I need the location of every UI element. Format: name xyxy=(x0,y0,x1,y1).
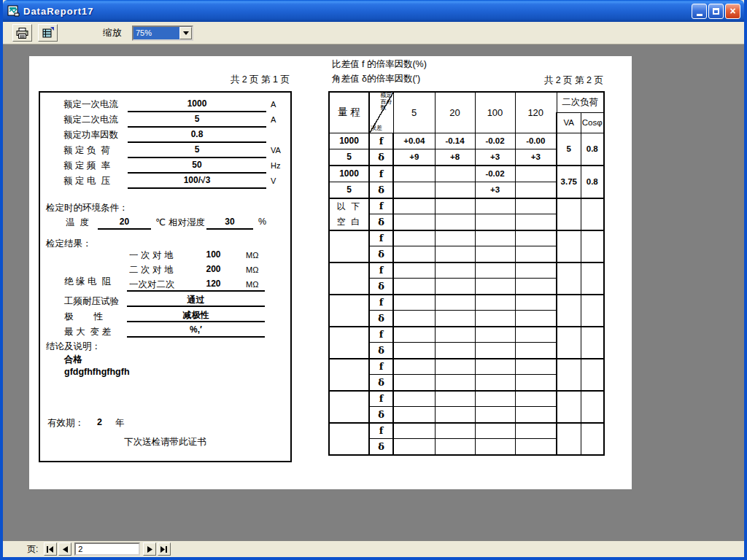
delta-label: δ xyxy=(369,311,393,327)
delta-value-cell xyxy=(475,343,515,359)
field-unit: A xyxy=(271,115,276,124)
range-cell xyxy=(329,230,369,262)
polarity-label: 极 性 xyxy=(64,311,103,323)
rated-field-row: 额定二次电流 5 A xyxy=(40,114,290,128)
field-value: 1000 xyxy=(128,98,266,112)
f-value-cell xyxy=(515,230,557,246)
f-value-cell xyxy=(393,295,435,311)
burden-cos-cell xyxy=(581,198,604,230)
delta-value-cell xyxy=(435,407,475,423)
window-title: DataReport17 xyxy=(23,6,692,17)
next-page-button[interactable] xyxy=(143,542,156,556)
diagonal-header-cell: 额定 百分 数 误差 xyxy=(369,92,393,133)
field-value: 5 xyxy=(128,144,266,158)
preview-area: 共 2 页 第 1 页 额定一次电流 1000 A 额定二次电流 5 A 额定功… xyxy=(3,44,744,541)
f-value-cell xyxy=(515,359,557,375)
env-conditions-title: 检定时的环境条件： xyxy=(46,202,128,214)
delta-label: δ xyxy=(369,182,393,198)
f-value-cell: +0.04 xyxy=(393,133,435,149)
burden-va-cell xyxy=(557,295,581,327)
f-value-cell xyxy=(435,262,475,279)
delta-label: δ xyxy=(369,149,393,165)
diagonal-header-bottom: 误差 xyxy=(371,124,382,132)
chevron-down-icon xyxy=(183,31,189,35)
f-value-cell xyxy=(393,359,435,375)
f-value-cell: -0.14 xyxy=(435,133,475,149)
burden-va-cell xyxy=(557,198,581,230)
field-label: 额 定 电 压 xyxy=(63,175,110,187)
burden-va-cell xyxy=(557,262,581,295)
close-button[interactable]: × xyxy=(725,4,740,19)
environment-row: 温 度 20 ℃ 相对湿度 30 % xyxy=(40,217,290,231)
close-icon: × xyxy=(729,6,735,16)
burden-va-cell xyxy=(557,327,581,359)
delta-value-cell xyxy=(435,375,475,391)
delta-value-cell xyxy=(435,439,475,455)
f-value-cell xyxy=(475,230,515,246)
field-label: 额 定 频 率 xyxy=(63,160,110,172)
delta-value-cell: +3 xyxy=(475,149,515,165)
f-value-cell xyxy=(475,327,515,343)
f-value-cell xyxy=(393,230,435,246)
burden-va-cell: 5 xyxy=(557,133,581,166)
withstand-row: 工频耐压试验 通过 xyxy=(40,295,290,310)
insulation-underline xyxy=(127,290,265,292)
delta-value-cell xyxy=(515,182,557,198)
delta-value-cell xyxy=(435,246,475,262)
last-page-icon xyxy=(160,546,168,553)
maximize-button[interactable] xyxy=(708,4,724,19)
delta-value-cell xyxy=(475,279,515,295)
delta-label: δ xyxy=(369,343,393,359)
print-button[interactable] xyxy=(12,24,32,42)
range-cell xyxy=(329,262,369,295)
f-label: f xyxy=(369,166,393,182)
burden-cos-cell: 0.8 xyxy=(581,166,604,198)
prev-page-button[interactable] xyxy=(58,542,71,556)
validity-label: 有效期： xyxy=(47,417,84,429)
first-page-button[interactable] xyxy=(44,542,57,556)
maximize-icon xyxy=(713,8,719,15)
zoom-dropdown-button[interactable] xyxy=(179,27,192,39)
withstand-label: 工频耐压试验 xyxy=(64,295,119,308)
delta-label: δ xyxy=(369,407,393,423)
delta-value-cell xyxy=(515,311,557,327)
export-button[interactable] xyxy=(38,24,58,42)
f-value-cell xyxy=(515,327,557,343)
page1-indicator: 共 2 页 第 1 页 xyxy=(39,74,290,86)
page-number-input[interactable] xyxy=(74,542,140,556)
temperature-unit: ℃ xyxy=(155,217,166,228)
delta-value-cell: +9 xyxy=(393,149,435,165)
f-value-cell xyxy=(475,423,515,439)
field-value: 5 xyxy=(128,114,266,128)
field-unit: V xyxy=(271,176,276,185)
insulation-row-unit: MΩ xyxy=(246,265,258,274)
delta-value-cell xyxy=(393,246,435,262)
field-value: 0.8 xyxy=(128,129,266,143)
delta-label: δ xyxy=(369,214,393,230)
insulation-row-unit: MΩ xyxy=(246,280,258,289)
f-label: f xyxy=(369,198,393,214)
f-label: f xyxy=(369,327,393,343)
f-value-cell xyxy=(475,391,515,407)
burden-va-cell xyxy=(557,359,581,391)
f-value-cell xyxy=(475,359,515,375)
range-cell xyxy=(329,295,369,327)
insulation-row-value: 100 xyxy=(186,249,241,260)
field-unit: A xyxy=(271,100,276,109)
toolbar: 缩放 75% xyxy=(3,22,744,44)
minimize-button[interactable] xyxy=(692,4,707,19)
delta-value-cell: +3 xyxy=(475,182,515,198)
variation-row: 最 大 变 差 %,′ xyxy=(40,326,290,341)
last-page-button[interactable] xyxy=(158,542,171,556)
insulation-row-label: 二 次 对 地 xyxy=(129,264,173,276)
delta-value-cell xyxy=(515,407,557,423)
range-column-header: 量 程 xyxy=(329,92,369,133)
title-bar: DataReport17 × xyxy=(3,0,744,22)
f-label: f xyxy=(369,262,393,279)
f-value-cell xyxy=(515,198,557,214)
range-cell: 10005 xyxy=(329,133,369,166)
range-cell xyxy=(329,359,369,391)
delta-value-cell xyxy=(515,279,557,295)
f-value-cell xyxy=(393,262,435,279)
zoom-combobox[interactable]: 75% xyxy=(132,26,193,41)
